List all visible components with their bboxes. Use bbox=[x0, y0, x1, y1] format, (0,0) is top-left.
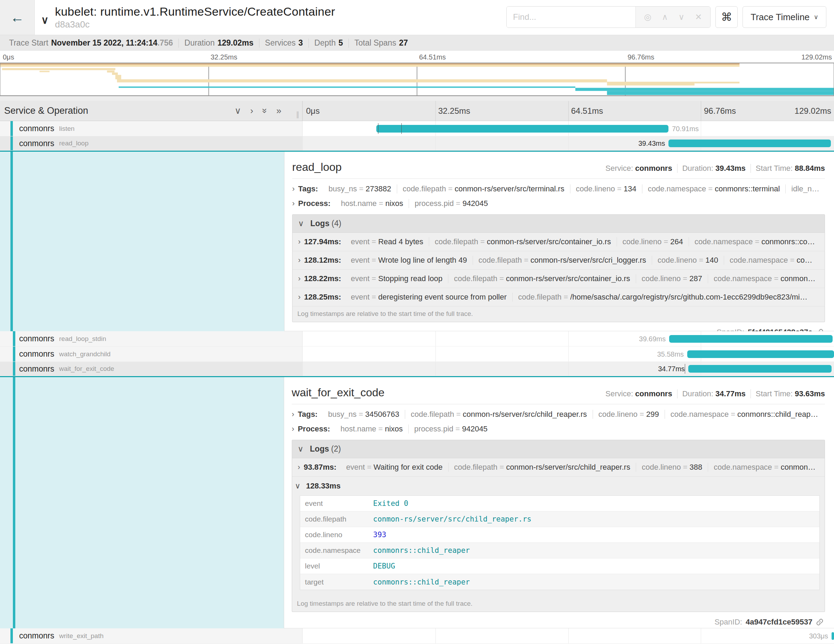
span-row-read-loop-stdin: conmonrs read_loop_stdin 39.69ms bbox=[0, 331, 834, 346]
process-item: process.pid=942045 bbox=[409, 199, 493, 208]
timeline-axis: 0μs 32.25ms 64.51ms 96.76ms 129.02ms bbox=[302, 101, 834, 121]
process-item: host.name=nixos bbox=[335, 199, 409, 208]
minimap-spans-graphic bbox=[0, 63, 834, 95]
expanded-log-header[interactable]: ∨ 128.33ms bbox=[292, 477, 824, 494]
span-id-value: 4a947cfd1ce59537 bbox=[746, 618, 813, 626]
tick-label: 32.25ms bbox=[438, 106, 470, 116]
logs-footnote: Log timestamps are relative to the start… bbox=[293, 306, 824, 322]
table-row: target conmonrs::child_reaper bbox=[300, 574, 819, 590]
span-row-listen: conmonrs listen 70.91ms bbox=[0, 121, 834, 136]
expand-all-icon[interactable]: » bbox=[276, 105, 281, 116]
span-bar-cell[interactable]: 35.58ms bbox=[302, 346, 834, 362]
span-bar-cell[interactable]: 39.43ms bbox=[302, 136, 834, 150]
span-bar-cell[interactable]: 303μs bbox=[302, 628, 834, 644]
tick-label: 0μs bbox=[306, 106, 320, 116]
span-bar-cell[interactable]: 34.77ms bbox=[302, 362, 834, 376]
prev-match-icon[interactable]: ∧ bbox=[662, 12, 668, 22]
span-color-bar bbox=[13, 346, 15, 361]
log-entry[interactable]: › 128.22ms: event=Stopping read loop cod… bbox=[293, 270, 824, 288]
chevron-right-icon: › bbox=[298, 237, 301, 246]
child-span-tick bbox=[378, 123, 378, 134]
span-duration-bar[interactable] bbox=[669, 335, 832, 343]
expand-one-icon[interactable]: › bbox=[250, 105, 253, 116]
log-entry[interactable]: › 128.25ms: event=deregistering event so… bbox=[293, 288, 824, 306]
stat-services: Services 3 bbox=[259, 39, 309, 48]
span-name-cell[interactable]: conmonrs listen bbox=[0, 121, 302, 136]
tick-label: 64.51ms bbox=[419, 53, 446, 61]
chevron-down-icon: ∨ bbox=[814, 13, 818, 21]
link-icon[interactable] bbox=[816, 618, 824, 626]
next-match-icon[interactable]: ∨ bbox=[679, 12, 685, 22]
clear-find-icon[interactable]: ✕ bbox=[695, 12, 702, 22]
process-row[interactable]: › Process: host.name=nixos process.pid=9… bbox=[292, 424, 825, 434]
span-duration-bar[interactable] bbox=[668, 139, 831, 147]
top-bar: ← ∨ kubelet: runtime.v1.RuntimeService/C… bbox=[0, 0, 834, 35]
view-selector-label: Trace Timeline bbox=[750, 12, 810, 23]
span-color-bar bbox=[13, 377, 15, 628]
log-entry[interactable]: › 93.87ms: event=Waiting for exit code c… bbox=[292, 458, 824, 477]
minimap-ticks: 0μs 32.25ms 64.51ms 96.76ms 129.02ms bbox=[0, 51, 834, 63]
span-name-cell[interactable]: conmonrs write_exit_path bbox=[0, 628, 302, 644]
span-name-cell[interactable]: conmonrs read_loop_stdin bbox=[0, 331, 302, 346]
collapse-all-icon[interactable]: » bbox=[259, 108, 270, 113]
span-duration-label: 39.43ms bbox=[638, 139, 665, 147]
timeline-header-row: Service & Operation ∨ › » » ∥ 0μs 32.25m… bbox=[0, 101, 834, 121]
span-detail-read-loop: read_loop Service:conmonrs Duration:39.4… bbox=[0, 152, 834, 331]
span-duration-bar[interactable] bbox=[376, 125, 668, 133]
table-row: code.lineno 393 bbox=[300, 527, 819, 543]
tick-label: 96.76ms bbox=[628, 53, 655, 61]
span-duration-bar[interactable] bbox=[687, 350, 834, 358]
tags-row[interactable]: › Tags: busy_ns=34506763 code.filepath=c… bbox=[292, 410, 825, 419]
log-entry[interactable]: › 128.12ms: event=Wrote log line of leng… bbox=[293, 251, 824, 270]
logs-header[interactable]: ∨ Logs(4) bbox=[293, 215, 824, 233]
operation-name: read_loop bbox=[59, 139, 89, 147]
span-id-row: SpanID: 4a947cfd1ce59537 bbox=[292, 612, 825, 631]
span-name-cell[interactable]: conmonrs watch_grandchild bbox=[0, 346, 302, 362]
meta-service: Service:conmonrs bbox=[601, 389, 677, 398]
table-row: level DEBUG bbox=[300, 558, 819, 574]
operation-name: read_loop_stdin bbox=[59, 335, 106, 343]
span-duration-label: 39.69ms bbox=[639, 335, 666, 343]
column-resizer-grip[interactable]: ∥ bbox=[296, 110, 299, 119]
tick-label: 129.02ms bbox=[795, 106, 831, 116]
process-row[interactable]: › Process: host.name=nixos process.pid=9… bbox=[292, 199, 825, 208]
span-name-cell[interactable]: conmonrs read_loop bbox=[0, 136, 302, 150]
span-color-bar bbox=[13, 331, 15, 346]
detail-panel: read_loop Service:conmonrs Duration:39.4… bbox=[284, 152, 834, 331]
tag-item: busy_ns=273882 bbox=[323, 184, 397, 193]
find-input[interactable] bbox=[507, 6, 635, 28]
operation-name: wait_for_exit_code bbox=[59, 365, 114, 373]
tag-item: code.namespace=conmonrs::terminal bbox=[642, 184, 786, 193]
chevron-right-icon: › bbox=[298, 293, 301, 302]
keyboard-shortcuts-button[interactable]: ⌘ bbox=[715, 6, 738, 28]
span-bar-cell[interactable]: 39.69ms bbox=[302, 331, 834, 346]
view-selector-button[interactable]: Trace Timeline ∨ bbox=[742, 6, 826, 28]
back-button[interactable]: ← bbox=[0, 0, 35, 35]
logs-header[interactable]: ∨ Logs(2) bbox=[292, 440, 824, 458]
tag-item: code.filepath=conmon-rs/server/src/termi… bbox=[397, 184, 571, 193]
detail-title: wait_for_exit_code bbox=[292, 386, 385, 399]
child-span-tick bbox=[401, 123, 402, 134]
span-duration-bar[interactable] bbox=[688, 365, 832, 373]
collapse-trace-header-icon[interactable]: ∨ bbox=[41, 14, 49, 26]
span-duration-bar[interactable] bbox=[832, 632, 834, 640]
top-bar-actions: ◎ ∧ ∨ ✕ ⌘ Trace Timeline ∨ bbox=[506, 6, 826, 28]
tag-item: code.lineno=134 bbox=[571, 184, 642, 193]
collapse-one-icon[interactable]: ∨ bbox=[234, 105, 241, 116]
meta-start-time: Start Time:88.84ms bbox=[751, 164, 825, 173]
span-bar-cell[interactable]: 70.91ms bbox=[302, 121, 834, 136]
tag-item: idle_n… bbox=[786, 184, 825, 193]
focus-match-icon[interactable]: ◎ bbox=[644, 12, 651, 22]
stat-duration: Duration 129.02ms bbox=[179, 39, 259, 48]
minimap-canvas[interactable] bbox=[0, 63, 834, 96]
tick-label: 0μs bbox=[3, 53, 14, 61]
table-row: event Exited 0 bbox=[300, 496, 819, 511]
service-operation-header: Service & Operation ∨ › » » ∥ bbox=[0, 101, 302, 121]
process-item: host.name=nixos bbox=[335, 424, 409, 434]
span-row-read-loop: conmonrs read_loop 39.43ms bbox=[0, 136, 834, 152]
log-entry[interactable]: › 127.94ms: event=Read 4 bytes code.file… bbox=[293, 233, 824, 251]
span-name-cell[interactable]: conmonrs wait_for_exit_code bbox=[0, 362, 302, 376]
tags-row[interactable]: › Tags: busy_ns=273882 code.filepath=con… bbox=[292, 184, 825, 193]
trace-stats-bar: Trace Start November 15 2022, 11:24:14.7… bbox=[0, 35, 834, 51]
chevron-down-icon: ∨ bbox=[298, 444, 304, 453]
